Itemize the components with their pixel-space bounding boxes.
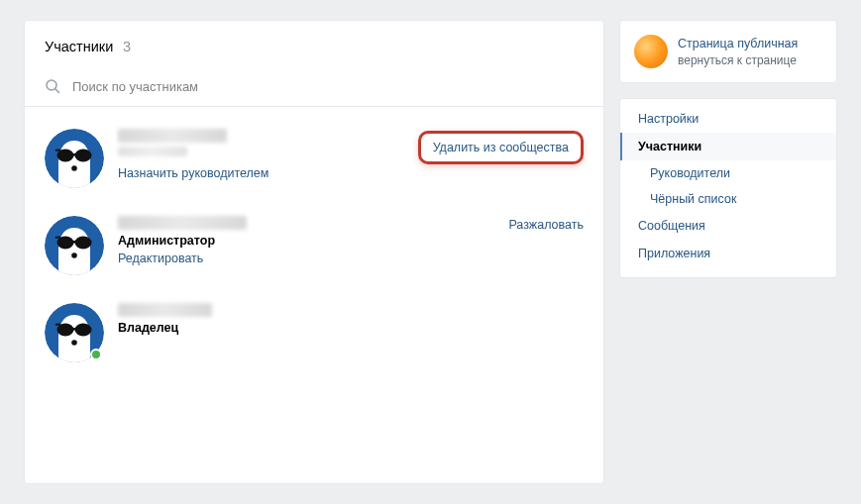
menu-item-messages[interactable]: Сообщения bbox=[620, 212, 836, 240]
svg-point-6 bbox=[71, 165, 77, 171]
menu-item-settings[interactable]: Настройки bbox=[620, 105, 836, 133]
online-indicator-icon bbox=[90, 349, 102, 360]
svg-rect-10 bbox=[71, 241, 77, 244]
edit-link[interactable]: Редактировать bbox=[118, 252, 203, 265]
avatar[interactable] bbox=[45, 303, 104, 362]
page-title: Участники bbox=[45, 39, 113, 54]
member-subtext bbox=[118, 147, 187, 156]
members-count: 3 bbox=[123, 39, 131, 54]
sidebar-menu: Настройки Участники Руководители Чёрный … bbox=[619, 98, 837, 278]
panel-header: Участники 3 bbox=[25, 21, 603, 68]
assign-manager-link[interactable]: Назначить руководителем bbox=[118, 166, 269, 180]
menu-item-apps[interactable]: Приложения bbox=[620, 240, 836, 267]
svg-rect-5 bbox=[71, 153, 77, 156]
member-role: Владелец bbox=[118, 321, 584, 335]
community-avatar-icon bbox=[634, 35, 668, 68]
community-link[interactable]: Страница публичная вернуться к странице bbox=[620, 21, 836, 82]
member-row: Владелец bbox=[25, 289, 603, 376]
avatar[interactable] bbox=[45, 129, 104, 188]
members-panel: Участники 3 Назначить руководителем Удал bbox=[24, 20, 604, 484]
svg-point-9 bbox=[75, 237, 92, 250]
member-name[interactable] bbox=[118, 303, 212, 317]
member-row: Назначить руководителем Удалить из сообщ… bbox=[25, 115, 603, 202]
svg-point-11 bbox=[71, 252, 77, 258]
svg-point-4 bbox=[75, 150, 92, 162]
community-subtitle: вернуться к странице bbox=[678, 53, 798, 67]
search-row bbox=[25, 68, 603, 107]
member-name[interactable] bbox=[118, 216, 247, 230]
avatar[interactable] bbox=[45, 216, 104, 275]
menu-item-members[interactable]: Участники bbox=[620, 133, 836, 160]
search-input[interactable] bbox=[72, 79, 584, 94]
menu-sub-managers[interactable]: Руководители bbox=[620, 160, 836, 186]
remove-from-community-button[interactable]: Удалить из сообщества bbox=[418, 131, 584, 164]
members-list: Назначить руководителем Удалить из сообщ… bbox=[25, 107, 603, 388]
svg-rect-15 bbox=[71, 328, 77, 331]
member-role: Администратор bbox=[118, 234, 508, 248]
svg-point-16 bbox=[71, 340, 77, 346]
svg-line-1 bbox=[55, 89, 59, 93]
member-info: Назначить руководителем bbox=[118, 129, 418, 180]
demote-link[interactable]: Разжаловать bbox=[508, 218, 584, 232]
community-title: Страница публичная bbox=[678, 36, 798, 51]
search-icon bbox=[45, 78, 60, 94]
member-info: Владелец bbox=[118, 303, 584, 335]
community-card: Страница публичная вернуться к странице bbox=[619, 20, 837, 83]
member-info: Администратор Редактировать bbox=[118, 216, 508, 265]
member-name[interactable] bbox=[118, 129, 227, 143]
menu-sub-blacklist[interactable]: Чёрный список bbox=[620, 186, 836, 212]
svg-point-14 bbox=[75, 324, 92, 337]
sidebar: Страница публичная вернуться к странице … bbox=[619, 20, 837, 484]
member-row: Администратор Редактировать Разжаловать bbox=[25, 202, 603, 289]
